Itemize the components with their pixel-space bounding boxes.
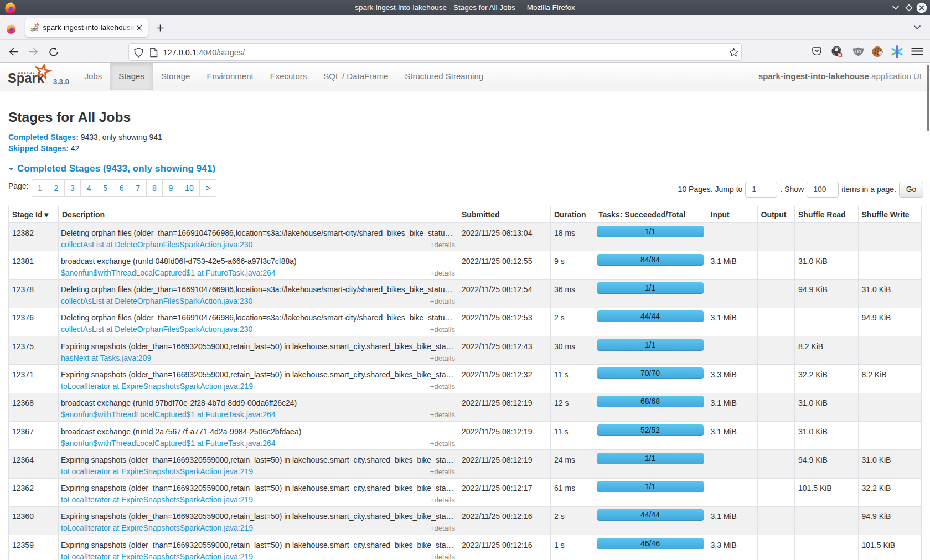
svg-text:APACHE: APACHE — [18, 71, 36, 75]
svg-text:Spark: Spark — [31, 26, 38, 32]
svg-text:UO: UO — [855, 49, 861, 54]
